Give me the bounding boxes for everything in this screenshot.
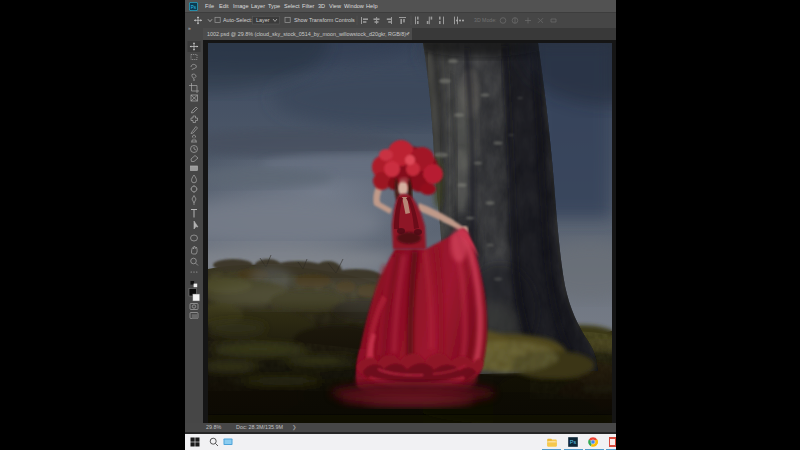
svg-text:Ps: Ps — [570, 439, 577, 445]
svg-text:Show Transform Controls: Show Transform Controls — [294, 17, 355, 23]
svg-text:Ps: Ps — [191, 5, 197, 10]
svg-text:3D Mode:: 3D Mode: — [474, 17, 497, 23]
svg-text:Layer: Layer — [256, 17, 270, 23]
svg-text:Auto-Select:: Auto-Select: — [223, 17, 252, 23]
